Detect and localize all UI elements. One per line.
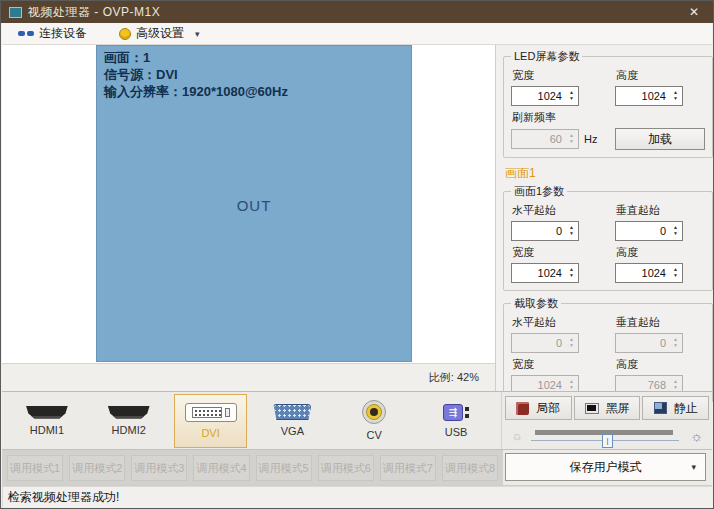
hdmi-icon <box>108 406 150 419</box>
mode-row: 调用模式1 调用模式2 调用模式3 调用模式4 调用模式5 调用模式6 调用模式… <box>2 449 712 485</box>
partial-button[interactable]: 局部 <box>505 396 572 420</box>
recall-mode-5-button[interactable]: 调用模式5 <box>256 455 312 481</box>
spin-down-icon[interactable]: ▼ <box>673 96 678 102</box>
brightness-high-icon: ☼ <box>690 428 703 444</box>
title-bar: 视频处理器 - OVP-M1X ✕ <box>1 1 713 23</box>
spin-down-icon: ▼ <box>673 343 678 349</box>
dvi-icon <box>185 403 237 422</box>
height-label: 高度 <box>616 357 705 372</box>
scale-strip: 比例: 42% <box>2 363 495 391</box>
preview-source-line: 信号源：DVI <box>104 66 404 83</box>
led-screen-params-group: LED屏幕参数 宽度 1024 ▲▼ 高度 1024 ▲▼ <box>503 49 713 158</box>
close-icon[interactable]: ✕ <box>685 4 703 20</box>
led-width-label: 宽度 <box>512 68 601 83</box>
bottom-panel: HDMI1 HDMI2 DVI VGA CV ⇶ <box>2 391 712 449</box>
preview-resolution-line: 输入分辨率：1920*1080@60Hz <box>104 83 404 100</box>
advanced-settings-label: 高级设置 <box>136 25 184 42</box>
recall-mode-1-button[interactable]: 调用模式1 <box>7 455 63 481</box>
toolbar: 连接设备 高级设置 ▾ <box>2 23 712 45</box>
connect-device-label: 连接设备 <box>39 25 87 42</box>
freeze-button[interactable]: 静止 <box>642 396 709 420</box>
recall-mode-7-button[interactable]: 调用模式7 <box>380 455 436 481</box>
screen1-width-field[interactable]: 1024 ▲▼ <box>511 263 579 283</box>
capture-h-start-field: 0 ▲▼ <box>511 333 579 353</box>
rca-icon <box>362 400 386 424</box>
advanced-settings-button[interactable]: 高级设置 ▾ <box>111 24 208 44</box>
spin-down-icon: ▼ <box>569 139 574 145</box>
tab-screen1[interactable]: 画面1 <box>505 165 705 182</box>
recall-modes-bar: 调用模式1 调用模式2 调用模式3 调用模式4 调用模式5 调用模式6 调用模式… <box>2 449 503 485</box>
status-bar: 检索视频处理器成功! <box>2 485 712 509</box>
v-start-label: 垂直起始 <box>616 315 705 330</box>
scale-label: 比例: 42% <box>429 371 479 383</box>
recall-mode-3-button[interactable]: 调用模式3 <box>131 455 187 481</box>
preview-screen-line: 画面：1 <box>104 49 404 66</box>
save-mode-area: 保存用户模式 ▾ <box>503 449 712 485</box>
slider-handle[interactable]: | <box>602 434 613 448</box>
chevron-down-icon[interactable]: ▾ <box>691 454 696 480</box>
source-cv[interactable]: CV <box>338 394 411 448</box>
status-message: 检索视频处理器成功! <box>8 490 119 504</box>
gear-icon <box>119 28 131 40</box>
refresh-rate-label: 刷新频率 <box>512 110 705 125</box>
capture-params-group: 截取参数 水平起始 0 ▲▼ 垂直起始 0 ▲▼ <box>503 296 713 403</box>
brightness-slider[interactable]: ☼ | ☼ <box>505 423 709 451</box>
freeze-icon <box>654 402 667 414</box>
screen1-v-start-field[interactable]: 0 ▲▼ <box>615 221 683 241</box>
led-width-field[interactable]: 1024 ▲▼ <box>511 86 579 106</box>
capture-group-title: 截取参数 <box>511 296 561 311</box>
parameter-panel: LED屏幕参数 宽度 1024 ▲▼ 高度 1024 ▲▼ <box>496 45 712 391</box>
source-dvi[interactable]: DVI <box>174 394 247 448</box>
vga-icon <box>273 404 311 420</box>
screen1-height-field[interactable]: 1024 ▲▼ <box>615 263 683 283</box>
screen1-preview-panel[interactable]: 画面：1 信号源：DVI 输入分辨率：1920*1080@60Hz OUT <box>96 45 412 362</box>
refresh-rate-field: 60 ▲▼ <box>511 129 579 149</box>
partial-icon <box>516 402 529 415</box>
black-screen-icon <box>585 403 599 414</box>
recall-mode-4-button[interactable]: 调用模式4 <box>193 455 249 481</box>
screen1-params-group: 画面1参数 水平起始 0 ▲▼ 垂直起始 0 ▲▼ <box>503 184 713 291</box>
capture-v-start-field: 0 ▲▼ <box>615 333 683 353</box>
width-label: 宽度 <box>512 245 601 260</box>
led-height-field[interactable]: 1024 ▲▼ <box>615 86 683 106</box>
spin-down-icon: ▼ <box>569 343 574 349</box>
h-start-label: 水平起始 <box>512 203 601 218</box>
app-icon <box>9 7 22 18</box>
chevron-down-icon[interactable]: ▾ <box>195 29 200 39</box>
load-button[interactable]: 加载 <box>615 128 705 150</box>
v-start-label: 垂直起始 <box>616 203 705 218</box>
source-usb[interactable]: ⇶ USB <box>420 394 493 448</box>
spin-down-icon[interactable]: ▼ <box>673 231 678 237</box>
spin-down-icon[interactable]: ▼ <box>673 273 678 279</box>
app-window: 视频处理器 - OVP-M1X ✕ 连接设备 高级设置 ▾ 画面：1 信号源：D… <box>0 0 714 509</box>
spin-down-icon[interactable]: ▼ <box>569 231 574 237</box>
preview-out-label: OUT <box>97 197 411 214</box>
output-controls: 局部 黑屏 静止 ☼ | ☼ <box>501 392 712 449</box>
screen1-h-start-field[interactable]: 0 ▲▼ <box>511 221 579 241</box>
refresh-unit-label: Hz <box>584 133 597 145</box>
main-area: 画面：1 信号源：DVI 输入分辨率：1920*1080@60Hz OUT 比例… <box>2 45 712 391</box>
recall-mode-6-button[interactable]: 调用模式6 <box>318 455 374 481</box>
window-title: 视频处理器 - OVP-M1X <box>28 4 160 21</box>
usb-icon: ⇶ <box>443 404 469 421</box>
source-hdmi1[interactable]: HDMI1 <box>10 394 83 448</box>
source-vga[interactable]: VGA <box>256 394 329 448</box>
input-source-bar: HDMI1 HDMI2 DVI VGA CV ⇶ <box>2 392 501 449</box>
recall-mode-2-button[interactable]: 调用模式2 <box>69 455 125 481</box>
source-hdmi2[interactable]: HDMI2 <box>92 394 165 448</box>
black-screen-button[interactable]: 黑屏 <box>574 396 641 420</box>
led-group-title: LED屏幕参数 <box>511 49 582 64</box>
output-canvas: 画面：1 信号源：DVI 输入分辨率：1920*1080@60Hz OUT 比例… <box>2 45 496 391</box>
screen1-group-title: 画面1参数 <box>511 184 567 199</box>
spin-down-icon[interactable]: ▼ <box>569 96 574 102</box>
recall-mode-8-button[interactable]: 调用模式8 <box>442 455 498 481</box>
led-height-label: 高度 <box>616 68 705 83</box>
hdmi-icon <box>26 406 68 419</box>
brightness-low-icon: ☼ <box>511 428 523 443</box>
connect-device-button[interactable]: 连接设备 <box>10 24 95 44</box>
height-label: 高度 <box>616 245 705 260</box>
plug-icon <box>18 31 34 36</box>
save-user-mode-dropdown[interactable]: 保存用户模式 ▾ <box>505 453 706 481</box>
h-start-label: 水平起始 <box>512 315 601 330</box>
spin-down-icon[interactable]: ▼ <box>569 273 574 279</box>
